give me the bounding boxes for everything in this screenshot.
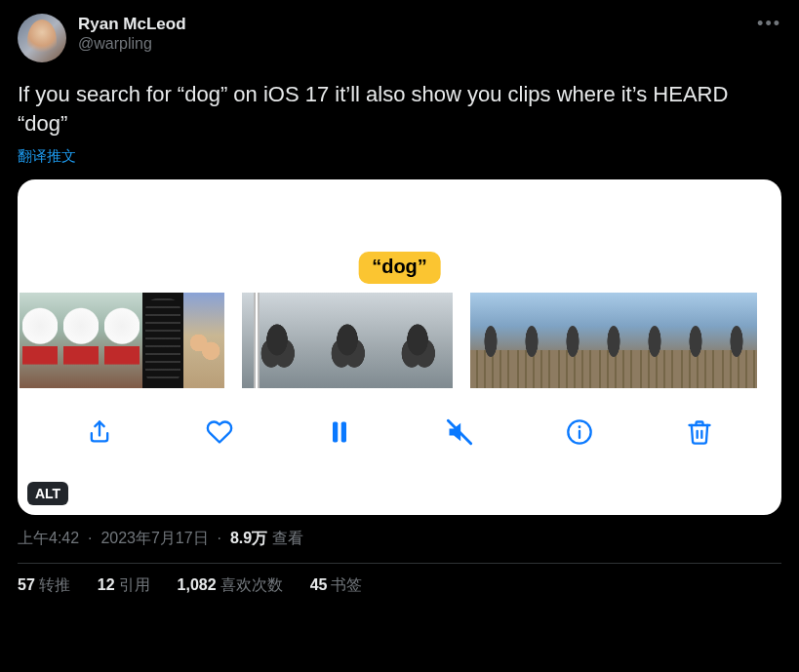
avatar[interactable] — [18, 14, 66, 62]
playhead[interactable] — [254, 293, 260, 388]
info-icon[interactable] — [566, 418, 593, 446]
display-name: Ryan McLeod — [78, 14, 186, 34]
quotes-stat[interactable]: 12引用 — [98, 575, 150, 596]
more-icon[interactable]: ••• — [757, 14, 781, 34]
tweet-header: Ryan McLeod @warpling ••• — [18, 14, 781, 62]
mute-icon[interactable] — [446, 418, 473, 446]
trash-icon[interactable] — [686, 418, 713, 446]
user-handle: @warpling — [78, 34, 186, 54]
tweet-container: Ryan McLeod @warpling ••• If you search … — [0, 0, 799, 606]
video-timeline[interactable] — [18, 293, 781, 388]
search-term-label: “dog” — [358, 252, 441, 284]
svg-rect-0 — [333, 422, 338, 443]
views-label: 查看 — [272, 530, 303, 546]
tweet-date[interactable]: 2023年7月17日 — [100, 530, 208, 546]
clip-thumbnail-group[interactable] — [470, 293, 757, 388]
tweet-stats: 57转推 12引用 1,082喜欢次数 45书签 — [18, 575, 781, 596]
media-card[interactable]: “dog” ALT — [18, 179, 781, 515]
alt-badge[interactable]: ALT — [27, 482, 68, 505]
pause-icon[interactable] — [326, 418, 353, 446]
heart-icon[interactable] — [206, 418, 233, 446]
media-top: “dog” — [18, 179, 781, 293]
likes-stat[interactable]: 1,082喜欢次数 — [178, 575, 283, 596]
divider — [18, 563, 781, 564]
share-icon[interactable] — [86, 418, 113, 446]
svg-point-5 — [579, 426, 581, 429]
clip-thumbnail-group[interactable] — [20, 293, 224, 388]
svg-rect-1 — [341, 422, 346, 443]
user-names[interactable]: Ryan McLeod @warpling — [78, 14, 186, 54]
tweet-text: If you search for “dog” on iOS 17 it’ll … — [18, 80, 781, 138]
media-controls — [18, 388, 781, 476]
bookmarks-stat[interactable]: 45书签 — [310, 575, 363, 596]
tweet-meta: 上午4:42 · 2023年7月17日 · 8.9万 查看 — [18, 529, 781, 549]
tweet-time[interactable]: 上午4:42 — [18, 530, 79, 546]
translate-link[interactable]: 翻译推文 — [18, 147, 76, 166]
clip-thumbnail-group[interactable] — [242, 293, 453, 388]
views-count: 8.9万 — [230, 530, 267, 546]
retweets-stat[interactable]: 57转推 — [18, 575, 70, 596]
